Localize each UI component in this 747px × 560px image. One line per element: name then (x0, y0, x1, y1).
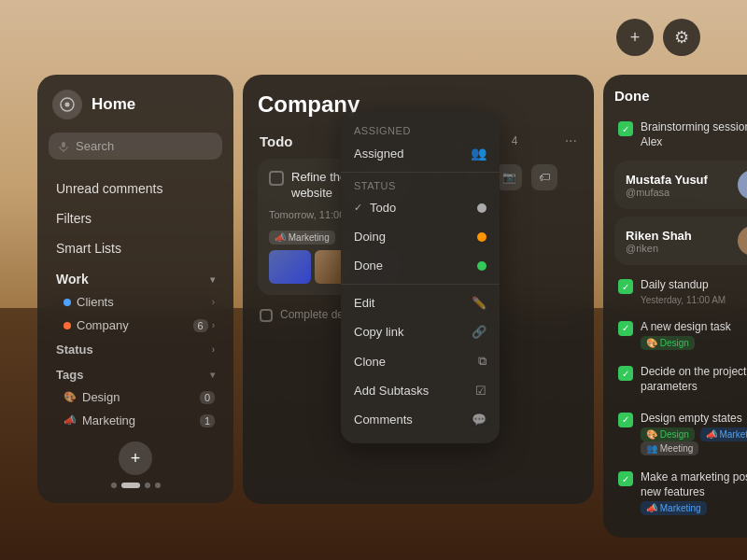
sidebar-panel: Home Search Unread comments Filters Smar… (37, 75, 233, 503)
comments-left: Comments (354, 413, 413, 427)
unread-label: Unread comments (56, 181, 162, 196)
riken-info: Riken Shah @riken (626, 229, 738, 254)
riken-handle: @riken (626, 243, 738, 254)
settings-button[interactable]: ⚙ (663, 19, 700, 56)
clients-chevron: › (212, 297, 215, 307)
link-icon: 🔗 (472, 325, 486, 339)
divider-2 (341, 284, 500, 285)
done-task-5-title: Make a marketing post for new features (641, 470, 747, 499)
panels-container: Home Search Unread comments Filters Smar… (37, 75, 710, 504)
mustafa-avatar: 👤 (738, 170, 747, 200)
task-1-tag: 📣 Marketing (269, 231, 335, 245)
menu-comments[interactable]: Comments 💬 (341, 405, 500, 434)
design-label: Design (82, 390, 194, 404)
done-task-2[interactable]: ✓ A new design task 🎨 Design (614, 315, 747, 357)
comments-icon: 💬 (472, 413, 486, 427)
sidebar-item-smart-lists[interactable]: Smart Lists (49, 234, 222, 262)
sidebar-item-clients[interactable]: Clients › (49, 290, 222, 314)
progress-dots (49, 483, 222, 488)
marketing-tag-5: 📣 Marketing (641, 501, 707, 515)
columns-container: Todo 2 ··· Refine the main website 🔴 Tom… (258, 133, 579, 491)
done-check-5: ✓ (618, 471, 633, 486)
status-section-label: Status (341, 176, 500, 193)
mic-icon (58, 141, 69, 152)
done-check-3: ✓ (618, 366, 633, 381)
filter-camera-icon[interactable]: 📷 (496, 164, 522, 190)
done-task-2-meta: 🎨 Design (641, 336, 747, 350)
work-chevron: ▾ (210, 274, 215, 285)
done-task-5[interactable]: ✓ Make a marketing post for new features… (614, 465, 747, 521)
menu-status-doing[interactable]: Doing (341, 222, 500, 251)
work-section-header[interactable]: Work ▾ (49, 264, 222, 290)
done-panel: Done 11 ✓ Brainstorming session with Ale… (603, 75, 747, 538)
done-task-1-title: Daily standup (641, 278, 747, 293)
sidebar-item-design[interactable]: 🎨 Design 0 (49, 385, 222, 409)
tags-header[interactable]: Tags ▾ (49, 360, 222, 385)
status-doing-label: Doing (354, 230, 386, 244)
doing-more[interactable]: ··· (565, 133, 577, 149)
menu-add-subtasks[interactable]: Add Subtasks ☑ (341, 376, 500, 405)
sidebar-item-filters[interactable]: Filters (49, 204, 222, 232)
dot-4 (155, 483, 161, 488)
design-badge: 0 (200, 391, 215, 404)
work-label: Work (56, 272, 89, 287)
done-task-5-meta: 📣 Marketing (641, 501, 747, 515)
comments-label: Comments (354, 413, 413, 427)
context-menu: Assigned Assigned 👥 Status ✓ Todo (341, 112, 500, 443)
company-dot (63, 322, 71, 329)
sidebar-add-button[interactable]: + (119, 441, 152, 475)
done-task-4[interactable]: ✓ Design empty states 🎨 Design 📣 Marketi… (614, 406, 747, 462)
done-task-1[interactable]: ✓ Daily standup Yesterday, 11:00 AM (614, 273, 747, 311)
menu-status-todo[interactable]: ✓ Todo (341, 193, 500, 222)
design-icon: 🎨 (63, 391, 77, 403)
marketing-tag-4: 📣 Marketing (700, 427, 747, 441)
subtasks-left: Add Subtasks (354, 384, 429, 398)
riken-avatar: 👤 (738, 226, 747, 256)
search-bar[interactable]: Search (49, 133, 222, 160)
done-task-0-content: Brainstorming session with Alex (641, 120, 747, 151)
task-image-1 (269, 250, 311, 284)
done-task-1-meta: Yesterday, 11:00 AM (641, 295, 747, 305)
status-todo-label: Todo (370, 201, 396, 215)
user-card-mustafa[interactable]: Mustafa Yusuf @mufasa 👤 (614, 161, 747, 209)
task-1-checkbox[interactable] (269, 171, 284, 186)
edit-label: Edit (354, 296, 374, 310)
copy-link-label: Copy link (354, 325, 403, 339)
divider-1 (341, 172, 500, 173)
svg-point-1 (65, 103, 70, 107)
menu-copy-link[interactable]: Copy link 🔗 (341, 317, 500, 346)
assigned-label: Assigned (341, 121, 500, 138)
copy-link-left: Copy link (354, 325, 403, 339)
sidebar-item-marketing[interactable]: 📣 Marketing 1 (49, 409, 222, 432)
sidebar-item-company[interactable]: Company 6 › (49, 314, 222, 337)
meeting-tag-4: 👥 Meeting (641, 441, 698, 455)
sidebar-item-unread[interactable]: Unread comments (49, 175, 222, 203)
doing-status-dot (477, 232, 486, 242)
add-button[interactable]: + (616, 19, 654, 56)
assigned-icon: 👥 (471, 146, 486, 161)
clone-icon: ⧉ (478, 354, 486, 369)
marketing-icon: 📣 (63, 414, 77, 427)
user-card-riken[interactable]: Riken Shah @riken 👤 (614, 217, 747, 265)
menu-clone[interactable]: Clone ⧉ (341, 346, 500, 376)
todo-check: ✓ (354, 202, 362, 214)
company-label: Company (77, 318, 188, 332)
done-task-4-content: Design empty states 🎨 Design 📣 Marketing… (641, 412, 747, 456)
mustafa-handle: @mufasa (626, 187, 738, 198)
tags-label: Tags (56, 368, 83, 382)
menu-status-done[interactable]: Done (341, 251, 500, 280)
done-status-dot (477, 261, 486, 271)
dot-2 (121, 483, 140, 488)
done-task-0[interactable]: ✓ Brainstorming session with Alex (614, 115, 747, 157)
riken-name: Riken Shah (626, 229, 738, 243)
menu-edit[interactable]: Edit ✏️ (341, 288, 500, 317)
sidebar-header: Home (49, 90, 222, 119)
done-task-3[interactable]: ✓ Decide on the project parameters (614, 359, 747, 401)
done-task-4-title: Design empty states (641, 412, 747, 427)
menu-assigned-item[interactable]: Assigned 👥 (341, 138, 500, 168)
doing-left: Doing (354, 230, 386, 244)
complete-checkbox[interactable] (260, 309, 273, 322)
done-task-3-content: Decide on the project parameters (641, 365, 747, 396)
status-header[interactable]: Status › (49, 337, 222, 360)
filter-tag-icon[interactable]: 🏷 (531, 164, 557, 190)
